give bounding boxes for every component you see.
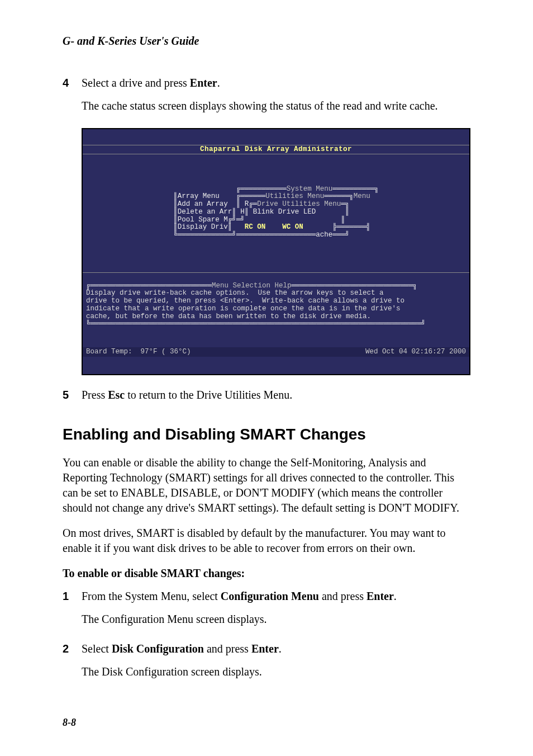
enter-key: Enter <box>251 642 279 655</box>
step-body: Select a drive and press Enter. The cach… <box>82 75 470 121</box>
enter-key: Enter <box>190 77 217 89</box>
terminal-screenshot: Chaparral Disk Array Administrator ╔════… <box>82 128 470 375</box>
menu-item: Display Driv <box>178 223 228 231</box>
enter-key: Enter <box>367 590 394 602</box>
text: ache <box>316 231 332 239</box>
paragraph-1: You can enable or disable the ability to… <box>63 455 470 516</box>
text: . <box>394 590 397 602</box>
step-4: 4 Select a drive and press Enter. The ca… <box>63 75 470 121</box>
menu-item: Add an Array <box>178 200 228 208</box>
text: From the System Menu, select <box>82 590 221 602</box>
step2-line1: Select Disk Configuration and press Ente… <box>82 641 470 656</box>
terminal-status-bar: Board Temp: 97°F ( 36°C) Wed Oct 04 02:1… <box>83 347 469 357</box>
esc-key: Esc <box>108 389 125 401</box>
text: and press <box>204 642 251 655</box>
step-body: Press Esc to return to the Drive Utiliti… <box>82 388 470 410</box>
step-5: 5 Press Esc to return to the Drive Utili… <box>63 388 470 410</box>
menu-item: Array Menu <box>178 192 220 200</box>
procedure-heading: To enable or disable SMART changes: <box>63 566 470 581</box>
step4-line2: The cache status screen displays showing… <box>82 98 470 114</box>
utilities-menu-title: Utilities Menu <box>265 192 324 200</box>
help-text: Display drive write-back cache options. … <box>86 289 404 320</box>
text: Select <box>82 642 112 655</box>
disk-config-label: Disk Configuration <box>112 642 204 655</box>
step-number: 5 <box>63 388 82 410</box>
board-temp: Board Temp: 97°F ( 36°C) <box>86 348 191 356</box>
step1-line2: The Configuration Menu screen displays. <box>82 612 470 627</box>
step-2: 2 Select Disk Configuration and press En… <box>63 641 470 687</box>
step5-line: Press Esc to return to the Drive Utiliti… <box>82 388 470 403</box>
text: to return to the Drive Utilities Menu. <box>125 389 292 401</box>
page-number: 8-8 <box>63 716 76 729</box>
section-heading: Enabling and Disabling SMART Changes <box>63 424 470 445</box>
step-body: From the System Menu, select Configurati… <box>82 589 470 635</box>
terminal-help: ╔═════════════════════════════Menu Selec… <box>83 272 469 332</box>
menu-label: Menu <box>354 192 370 200</box>
text: Select a drive and press <box>82 77 190 89</box>
menu-item: Delete an Arr <box>178 208 232 216</box>
terminal-title: Chaparral Disk Array Administrator <box>83 145 469 155</box>
text: Press <box>82 389 108 401</box>
step4-line1: Select a drive and press Enter. <box>82 75 470 91</box>
step-number: 1 <box>63 589 82 635</box>
menu-item: Blink Drive LED <box>253 208 316 216</box>
text: H <box>240 208 245 216</box>
paragraph-2: On most drives, SMART is disabled by def… <box>63 526 470 556</box>
menu-item: Pool Spare M <box>178 216 228 224</box>
cache-status: RC ON WC ON <box>245 223 303 231</box>
page-header: G- and K-Series User's Guide <box>63 34 470 49</box>
text: . <box>279 642 282 655</box>
step-1: 1 From the System Menu, select Configura… <box>63 589 470 635</box>
system-menu-title: System Menu <box>287 185 333 193</box>
step-number: 2 <box>63 641 82 687</box>
help-title: Menu Selection Help <box>212 282 292 290</box>
step-body: Select Disk Configuration and press Ente… <box>82 641 470 687</box>
terminal-body: ╔═══════════System Menu══════════╗ ║Arra… <box>83 170 469 257</box>
text: R <box>245 200 249 208</box>
step2-line2: The Disk Configuration screen displays. <box>82 664 470 679</box>
config-menu-label: Configuration Menu <box>221 590 319 602</box>
datetime: Wed Oct 04 02:16:27 2000 <box>365 348 466 356</box>
drive-util-title: Drive Utilities Menu <box>257 200 341 208</box>
text: . <box>217 77 220 89</box>
terminal-window: Chaparral Disk Array Administrator ╔════… <box>83 129 469 374</box>
text: and press <box>319 590 367 602</box>
step-number: 4 <box>63 75 82 121</box>
step1-line1: From the System Menu, select Configurati… <box>82 589 470 604</box>
